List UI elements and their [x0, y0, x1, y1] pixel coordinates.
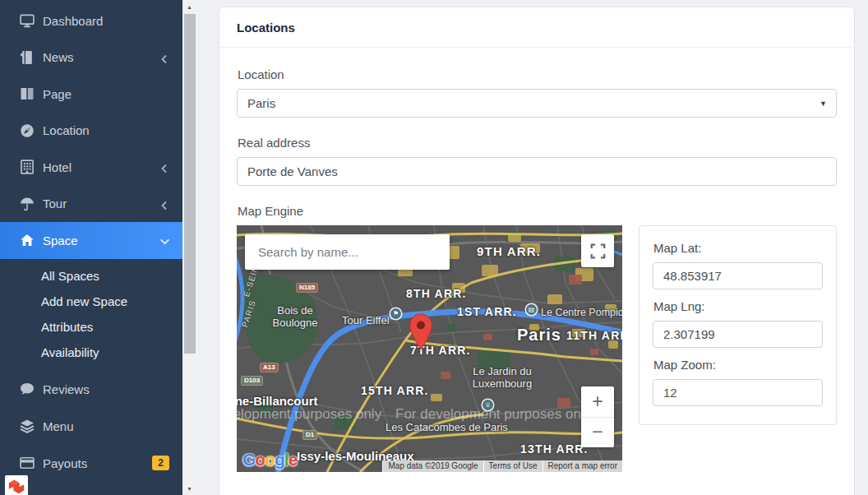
map-label-centre-pompidou: Le Centre Pompidou — [541, 307, 622, 318]
map-data-text: Map data ©2019 Google — [382, 460, 482, 472]
locations-card: Locations Location Paris ▼ Real address … — [219, 7, 855, 495]
fullscreen-button[interactable] — [581, 234, 614, 267]
sidebar: Dashboard News Page Location — [0, 0, 182, 495]
map-zoom-control: + − — [581, 386, 614, 447]
zoom-in-button[interactable]: + — [581, 386, 614, 417]
chevron-left-icon — [159, 199, 169, 209]
vertical-scrollbar: ▲ ▼ — [182, 0, 196, 495]
sidebar-item-label: Location — [43, 123, 169, 137]
sidebar-item-menu[interactable]: Menu — [0, 408, 182, 445]
sidebar-item-page[interactable]: Page — [0, 76, 182, 113]
road-badge-d1: D1 — [302, 430, 317, 440]
map-label-bois-de-boulogne: Bois deBoulogne — [270, 304, 321, 329]
chevron-left-icon — [159, 162, 169, 172]
sidebar-item-label: Tour — [43, 197, 159, 210]
page-title: Locations — [219, 7, 854, 48]
map-zoom-label: Map Zoom: — [653, 358, 823, 372]
chat-icon — [19, 381, 35, 397]
space-submenu: All Spaces Add new Space Attributes Avai… — [0, 259, 182, 371]
map-label-jardin-luxembourg: Le Jardin duLuxembourg — [465, 365, 539, 390]
map-lng-label: Map Lng: — [653, 299, 823, 313]
zoom-out-button[interactable]: − — [581, 417, 614, 448]
location-select[interactable]: Paris ▼ — [237, 89, 837, 118]
map-coords-panel: Map Lat: Map Lng: Map Zoom: — [639, 225, 837, 425]
map-label-paris: Paris — [517, 326, 561, 345]
compass-icon — [19, 123, 35, 139]
credit-card-icon — [19, 455, 35, 471]
map-lat-label: Map Lat: — [653, 241, 823, 255]
sidebar-item-label: Page — [43, 87, 169, 101]
payouts-count-badge: 2 — [152, 456, 169, 470]
sidebar-item-label: Hotel — [43, 160, 159, 174]
sidebar-item-dashboard[interactable]: Dashboard — [0, 2, 182, 39]
location-select-value: Paris — [247, 96, 275, 110]
scroll-up-button[interactable]: ▲ — [182, 0, 196, 13]
book-icon — [19, 86, 35, 102]
google-map[interactable]: 9TH ARR. 8TH ARR. 1ST ARR. 7TH ARR. 11TH… — [237, 225, 622, 472]
terms-of-use-link[interactable]: Terms of Use — [483, 460, 542, 472]
sidebar-item-label: Reviews — [43, 382, 169, 396]
app-logo[interactable] — [5, 475, 28, 495]
sidebar-item-location[interactable]: Location — [0, 113, 182, 150]
map-label-8th-arr: 8TH ARR. — [406, 287, 467, 300]
road-badge-d103: D103 — [241, 376, 263, 386]
sidebar-item-all-spaces[interactable]: All Spaces — [0, 263, 182, 289]
map-label-1st-arr: 1ST ARR. — [457, 305, 517, 318]
map-marker-pin[interactable] — [409, 313, 433, 351]
sidebar-item-news[interactable]: News — [0, 39, 182, 76]
map-attribution: Map data ©2019 Google Terms of Use Repor… — [382, 460, 622, 472]
layers-icon — [19, 418, 35, 434]
map-watermark-left: For development purposes only — [237, 406, 381, 423]
chevron-left-icon — [159, 53, 169, 62]
umbrella-icon — [19, 196, 35, 212]
sidebar-item-space[interactable]: Space — [0, 222, 182, 259]
select-arrow-icon: ▼ — [820, 99, 827, 108]
map-lat-input[interactable] — [653, 262, 823, 289]
poi-centre-pompidou-icon[interactable]: ▤ — [526, 304, 537, 315]
map-lng-input[interactable] — [653, 321, 823, 348]
map-label-15th-arr: 15TH ARR. — [361, 384, 429, 397]
map-search-input[interactable] — [245, 234, 450, 270]
news-icon — [19, 49, 35, 66]
sidebar-item-hotel[interactable]: Hotel — [0, 149, 182, 186]
sidebar-item-label: Dashboard — [43, 14, 169, 28]
sidebar-item-attributes[interactable]: Attributes — [0, 314, 182, 340]
fullscreen-icon — [590, 243, 606, 259]
location-label: Location — [238, 67, 837, 81]
map-label-11th-arr: 11TH ARR. — [566, 329, 622, 342]
sidebar-item-label: Space — [43, 234, 159, 248]
map-watermark-center: For development purposes only — [395, 406, 591, 423]
sidebar-item-label: News — [43, 50, 159, 64]
map-zoom-input[interactable] — [653, 379, 823, 406]
home-icon — [19, 232, 35, 248]
google-logo[interactable]: Google — [242, 450, 297, 470]
sidebar-item-reviews[interactable]: Reviews — [0, 371, 182, 408]
sidebar-item-add-new-space[interactable]: Add new Space — [0, 289, 182, 314]
map-engine-label: Map Engine — [238, 204, 837, 218]
scroll-down-button[interactable]: ▼ — [182, 482, 196, 495]
sidebar-item-label: Menu — [43, 419, 169, 433]
sidebar-item-label: Payouts — [43, 456, 144, 470]
laravel-logo-icon — [7, 478, 25, 495]
road-badge-a13: A13 — [260, 363, 279, 372]
map-label-13th-arr: 13TH ARR. — [520, 442, 589, 456]
map-label-catacombes: Les Catacombes de Paris — [386, 421, 508, 433]
chevron-down-icon — [159, 235, 169, 245]
real-address-input[interactable] — [237, 157, 837, 186]
main-content: Locations Location Paris ▼ Real address … — [196, 0, 868, 495]
map-label-tour-eiffel: Tour Eiffel — [342, 314, 390, 326]
sidebar-item-availability[interactable]: Availability — [0, 340, 182, 365]
poi-luxembourg-icon[interactable]: ♕ — [482, 400, 493, 410]
hotel-icon — [19, 159, 35, 175]
report-map-error-link[interactable]: Report a map error — [542, 460, 622, 472]
poi-tour-eiffel-icon[interactable]: ⚑ — [390, 308, 401, 319]
monitor-icon — [19, 12, 35, 29]
road-badge-n185: N185 — [296, 283, 318, 293]
sidebar-item-tour[interactable]: Tour — [0, 186, 182, 223]
scrollbar-thumb[interactable] — [184, 14, 196, 354]
map-label-9th-arr: 9TH ARR. — [477, 244, 541, 258]
real-address-label: Real address — [238, 136, 837, 150]
